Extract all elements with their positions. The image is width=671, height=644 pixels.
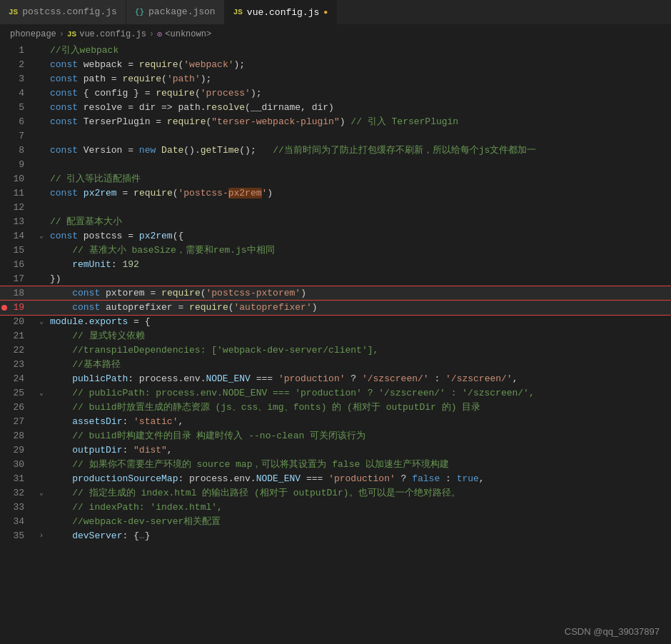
gutter-4 — [36, 86, 47, 101]
gutter-32[interactable]: ⌄ — [36, 486, 47, 500]
code-line-27: 27 assetsDir: 'static', — [0, 415, 671, 429]
line-content-3: const path = require('path'); — [47, 72, 671, 86]
code-line-2: 2 const webpack = require('webpack'); — [0, 58, 671, 72]
line-num-2: 2 — [0, 58, 36, 72]
line-num-20: 20 — [0, 315, 36, 329]
code-line-29: 29 outputDir: "dist", — [0, 443, 671, 458]
collapse-arrow-20[interactable]: ⌄ — [39, 315, 44, 329]
line-content-35: devServer: {…} — [47, 529, 671, 543]
line-content-7 — [47, 129, 671, 144]
code-line-34: 34 //webpack-dev-server相关配置 — [0, 515, 671, 529]
code-line-32: 32 ⌄ // 指定生成的 index.html 的输出路径 (相对于 outp… — [0, 486, 671, 500]
tab-vue[interactable]: JS vue.config.js ● — [225, 0, 338, 24]
gutter-1 — [36, 44, 47, 58]
breadcrumb-phonepage: phonepage — [10, 29, 56, 39]
line-content-20: module.exports = { — [47, 315, 671, 329]
line-num-16: 16 — [0, 258, 36, 272]
line-num-4: 4 — [0, 86, 36, 101]
editor: 1 //引入webpack 2 const webpack = require(… — [0, 44, 671, 644]
breadcrumb-vue: vue.config.js — [79, 29, 146, 39]
gutter-2 — [36, 58, 47, 72]
gutter-19 — [36, 301, 47, 315]
code-line-16: 16 remUnit: 192 — [0, 258, 671, 272]
tab-package[interactable]: {} package.json — [126, 0, 225, 24]
line-num-32: 32 — [0, 486, 36, 500]
line-content-15: // 基准大小 baseSize，需要和rem.js中相同 — [47, 243, 671, 258]
line-content-31: productionSourceMap: process.env.NODE_EN… — [47, 472, 671, 486]
breadcrumb-icon-unknown: ⊙ — [157, 29, 162, 40]
line-content-2: const webpack = require('webpack'); — [47, 58, 671, 72]
line-content-19: const autoprefixer = require('autoprefix… — [47, 301, 671, 315]
code-line-8: 8 const Version = new Date().getTime(); … — [0, 144, 671, 158]
code-line-1: 1 //引入webpack — [0, 44, 671, 58]
line-content-18: const pxtorem = require('postcss-pxtorem… — [47, 286, 671, 301]
tab-postcss[interactable]: JS postcss.config.js — [0, 0, 126, 24]
line-num-19: 19 — [0, 301, 36, 315]
line-num-18: 18 — [0, 286, 36, 301]
line-content-25: // publicPath: process.env.NODE_ENV === … — [47, 386, 671, 401]
gutter-14[interactable]: ⌄ — [36, 229, 47, 243]
code-line-4: 4 const { config } = require('process'); — [0, 86, 671, 101]
gutter-31 — [36, 472, 47, 486]
line-content-34: //webpack-dev-server相关配置 — [47, 515, 671, 529]
code-line-24: 24 publicPath: process.env.NODE_ENV === … — [0, 372, 671, 386]
line-content-23: //基本路径 — [47, 358, 671, 372]
watermark: CSDN @qq_39037897 — [565, 626, 660, 637]
gutter-20[interactable]: ⌄ — [36, 315, 47, 329]
line-num-30: 30 — [0, 458, 36, 472]
gutter-9 — [36, 158, 47, 172]
gutter-16 — [36, 258, 47, 272]
line-content-5: const resolve = dir => path.resolve(__di… — [47, 101, 671, 115]
code-line-13: 13 // 配置基本大小 — [0, 215, 671, 229]
code-line-15: 15 // 基准大小 baseSize，需要和rem.js中相同 — [0, 243, 671, 258]
breadcrumb-js-icon: JS — [67, 30, 76, 39]
line-num-17: 17 — [0, 272, 36, 286]
gutter-12 — [36, 201, 47, 215]
line-num-23: 23 — [0, 358, 36, 372]
line-content-9 — [47, 158, 671, 172]
gutter-13 — [36, 215, 47, 229]
line-content-24: publicPath: process.env.NODE_ENV === 'pr… — [47, 372, 671, 386]
line-num-34: 34 — [0, 515, 36, 529]
line-content-21: // 显式转义依赖 — [47, 329, 671, 343]
gutter-21 — [36, 329, 47, 343]
line-num-11: 11 — [0, 186, 36, 201]
code-line-33: 33 // indexPath: 'index.html', — [0, 500, 671, 515]
code-line-18: 18 const pxtorem = require('postcss-pxto… — [0, 286, 671, 301]
collapse-arrow-35[interactable]: › — [39, 529, 44, 543]
line-num-7: 7 — [0, 129, 36, 144]
line-num-33: 33 — [0, 500, 36, 515]
gutter-7 — [36, 129, 47, 144]
line-content-4: const { config } = require('process'); — [47, 86, 671, 101]
line-num-21: 21 — [0, 329, 36, 343]
gutter-25[interactable]: ⌄ — [36, 386, 47, 401]
gutter-30 — [36, 458, 47, 472]
code-line-7: 7 — [0, 129, 671, 144]
gutter-34 — [36, 515, 47, 529]
gutter-29 — [36, 443, 47, 458]
line-content-8: const Version = new Date().getTime(); //… — [47, 144, 671, 158]
collapse-arrow-14[interactable]: ⌄ — [39, 229, 44, 243]
line-num-14: 14 — [0, 229, 36, 243]
line-content-29: outputDir: "dist", — [47, 443, 671, 458]
line-content-16: remUnit: 192 — [47, 258, 671, 272]
breadcrumb-sep1: › — [59, 29, 64, 39]
line-num-1: 1 — [0, 44, 36, 58]
gutter-35[interactable]: › — [36, 529, 47, 543]
gutter-22 — [36, 343, 47, 358]
tab-label-postcss: postcss.config.js — [22, 6, 117, 17]
line-content-28: // build时构建文件的目录 构建时传入 --no-clean 可关闭该行为 — [47, 429, 671, 443]
line-num-8: 8 — [0, 144, 36, 158]
code-line-35: 35 › devServer: {…} — [0, 529, 671, 543]
collapse-arrow-32[interactable]: ⌄ — [39, 486, 44, 500]
line-num-15: 15 — [0, 243, 36, 258]
gutter-28 — [36, 429, 47, 443]
line-content-6: const TerserPlugin = require("terser-web… — [47, 115, 671, 129]
code-line-20: 20 ⌄ module.exports = { — [0, 315, 671, 329]
code-line-19: 19 const autoprefixer = require('autopre… — [0, 301, 671, 315]
gutter-33 — [36, 500, 47, 515]
line-num-25: 25 — [0, 386, 36, 401]
js-icon-vue: JS — [233, 8, 243, 16]
gutter-23 — [36, 358, 47, 372]
collapse-arrow-25[interactable]: ⌄ — [39, 386, 44, 401]
